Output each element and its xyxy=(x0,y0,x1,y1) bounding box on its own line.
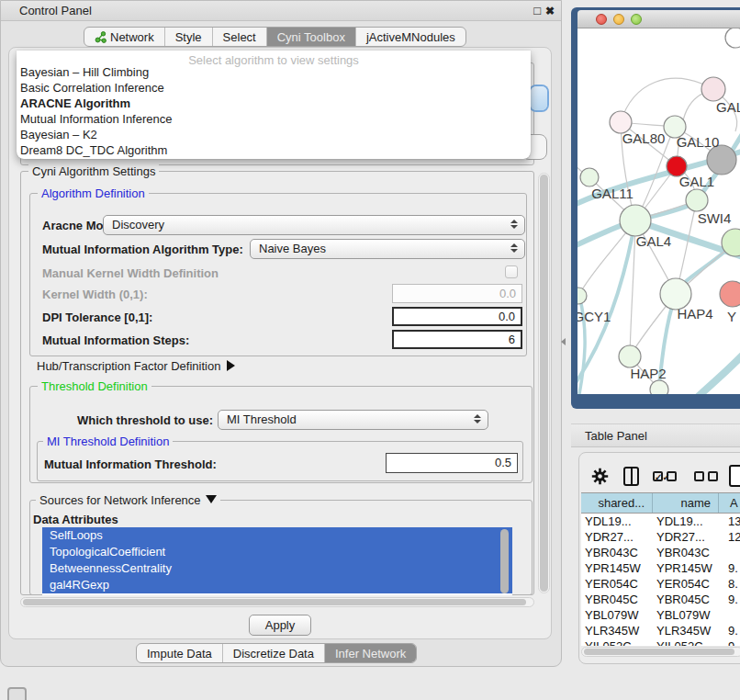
table-row[interactable]: YIL052CYIL052C9 xyxy=(581,638,740,646)
node-gal4[interactable] xyxy=(620,205,651,236)
mi-threshold-label: Mutual Information Threshold: xyxy=(44,457,217,471)
tab-cyni-toolbox[interactable]: Cyni Toolbox xyxy=(266,28,355,46)
list-item[interactable]: BetweennessCentrality xyxy=(42,560,512,577)
tab-style[interactable]: Style xyxy=(164,28,212,46)
combo-value: Naive Bayes xyxy=(259,242,326,255)
expanded-arrow-icon xyxy=(206,495,217,503)
float-window-icon[interactable]: □ xyxy=(533,1,541,21)
dpi-tolerance-field[interactable]: 0.0 xyxy=(392,307,522,326)
table-header-row: shared... name A xyxy=(581,492,740,514)
dropdown-item[interactable]: Basic Correlation Inference xyxy=(17,80,531,96)
table-row[interactable]: YBL079WYBL079W xyxy=(581,607,740,623)
dropdown-item-selected[interactable]: ARACNE Algorithm xyxy=(17,96,531,111)
control-panel-tabbar: Network Style Select Cyni Toolbox jActiv… xyxy=(84,27,466,47)
settings-vertical-scrollbar[interactable] xyxy=(538,173,550,593)
group-title: Threshold Definition xyxy=(38,379,151,393)
group-title: MI Threshold Definition xyxy=(43,435,173,448)
node-gal11[interactable] xyxy=(580,168,599,186)
export-table-button[interactable] xyxy=(729,465,740,487)
minimized-panel-icon[interactable] xyxy=(7,687,27,700)
deselect-all-checkbox-icon[interactable] xyxy=(708,471,718,481)
mi-steps-field[interactable]: 6 xyxy=(392,330,522,349)
table-settings-button[interactable] xyxy=(591,468,609,488)
tab-label: Discretize Data xyxy=(233,644,314,663)
node-salmon[interactable] xyxy=(720,281,740,307)
close-traffic-light-icon[interactable] xyxy=(596,14,607,25)
node-label: GCY1 xyxy=(577,309,611,324)
data-attributes-label: Data Attributes xyxy=(33,513,118,526)
dropdown-item[interactable]: Mutual Information Inference xyxy=(17,111,531,127)
node-gal1[interactable] xyxy=(686,189,708,211)
sources-expander[interactable]: Sources for Network Inference xyxy=(36,493,220,507)
tab-label: Style xyxy=(175,28,202,47)
table-row[interactable]: YBR043CYBR043C xyxy=(581,545,740,560)
table-panel-titlebar: Table Panel xyxy=(571,423,740,447)
table-row[interactable]: YDL19...YDL19...13 xyxy=(581,514,740,529)
node-gcy1[interactable] xyxy=(577,288,587,304)
tab-discretize-data[interactable]: Discretize Data xyxy=(222,644,324,662)
tab-infer-network[interactable]: Infer Network xyxy=(324,644,416,662)
list-item[interactable]: gal4RGexp xyxy=(42,577,512,593)
mi-steps-label: Mutual Information Steps: xyxy=(42,333,189,347)
kernel-width-field[interactable]: 0.0 xyxy=(392,284,522,303)
tab-label: Impute Data xyxy=(147,644,212,663)
mi-type-label: Mutual Information Algorithm Type: xyxy=(42,243,243,256)
table-panel: ✓✓ shared... name A YDL19...YDL19...13 Y… xyxy=(578,452,740,664)
list-item[interactable]: TopologicalCoefficient xyxy=(42,544,512,560)
node-hap2[interactable] xyxy=(619,345,641,367)
close-icon[interactable]: ✖ xyxy=(545,1,555,21)
node-label: GAL11 xyxy=(591,186,633,201)
node-bottom[interactable] xyxy=(650,380,668,394)
table-row[interactable]: YER054CYER054C8. xyxy=(581,576,740,592)
aracne-mode-combo[interactable]: Discovery xyxy=(103,215,525,235)
tab-label: Network xyxy=(110,28,154,47)
dropdown-item[interactable]: Dream8 DC_TDC Algorithm xyxy=(17,142,531,158)
dpi-tolerance-label: DPI Tolerance [0,1]: xyxy=(42,310,152,324)
mi-type-combo[interactable]: Naive Bayes xyxy=(250,239,525,259)
tab-select[interactable]: Select xyxy=(212,28,266,46)
table-row[interactable]: YLR345WYLR345W9. xyxy=(581,623,740,638)
network-icon xyxy=(95,31,107,43)
dropdown-item[interactable]: Bayesian – K2 xyxy=(17,127,531,142)
show-columns-button[interactable] xyxy=(623,467,639,486)
tab-jactivemnodules[interactable]: jActiveMNodules xyxy=(355,28,465,46)
table-row[interactable]: YDR27...YDR27...12 xyxy=(581,529,740,545)
tab-label: jActiveMNodules xyxy=(366,28,455,47)
which-threshold-label: Which threshold to use: xyxy=(77,413,213,427)
data-attributes-list[interactable]: SelfLoops TopologicalCoefficient Between… xyxy=(42,527,512,595)
manual-kernel-checkbox[interactable] xyxy=(505,265,518,278)
column-header-name[interactable]: name xyxy=(653,493,719,513)
tab-network[interactable]: Network xyxy=(84,28,164,46)
deselect-all-checkbox-icon[interactable] xyxy=(694,471,704,481)
mi-threshold-field[interactable]: 0.5 xyxy=(386,453,518,473)
table-horizontal-scrollbar[interactable] xyxy=(581,647,740,657)
split-pane-collapse-icon[interactable] xyxy=(561,338,566,345)
select-all-checkbox-icon[interactable]: ✓✓ xyxy=(653,471,663,481)
combo-arrows-icon xyxy=(510,220,518,229)
table-row[interactable]: YBR045CYBR045C9. xyxy=(581,592,740,607)
tab-label: Select xyxy=(223,28,256,47)
column-header-shared-name[interactable]: shared... xyxy=(581,493,653,513)
algorithm-combo-focused-fragment[interactable] xyxy=(531,86,547,110)
which-threshold-combo[interactable]: MI Threshold xyxy=(218,410,488,430)
list-item[interactable]: SelfLoops xyxy=(42,527,512,544)
apply-button[interactable]: Apply xyxy=(249,615,311,636)
minimize-traffic-light-icon[interactable] xyxy=(613,14,624,25)
node-label: GAL10 xyxy=(677,134,720,150)
network-canvas[interactable]: GAL GAL80 GAL10 GAL1 GAL11 GAL4 SWI4 GCY… xyxy=(577,28,740,394)
node-hap4[interactable] xyxy=(660,278,691,310)
expander-label: Hub/Transcription Factor Definition xyxy=(37,359,220,373)
settings-horizontal-scrollbar[interactable] xyxy=(20,597,534,607)
column-header-partial[interactable]: A xyxy=(719,493,740,513)
table-row[interactable]: YPR145WYPR145W9. xyxy=(581,560,740,576)
zoom-traffic-light-icon[interactable] xyxy=(631,14,642,25)
list-scrollbar[interactable] xyxy=(500,529,509,593)
dropdown-placeholder: Select algorithm to view settings xyxy=(17,51,531,64)
hub-definition-expander[interactable]: Hub/Transcription Factor Definition xyxy=(37,359,235,373)
node-gal-top[interactable] xyxy=(701,77,725,101)
select-all-checkbox-icon[interactable] xyxy=(667,471,677,481)
node-partial-top[interactable] xyxy=(725,28,740,48)
node-label: HAP4 xyxy=(677,306,712,322)
node-label: Y xyxy=(727,309,736,324)
tab-impute-data[interactable]: Impute Data xyxy=(137,644,222,662)
